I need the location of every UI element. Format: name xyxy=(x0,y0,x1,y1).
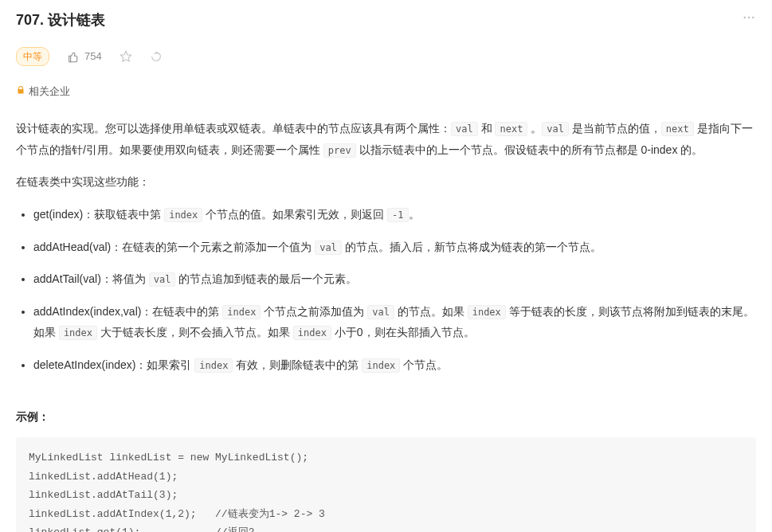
inline-code: index xyxy=(293,326,331,340)
svg-marker-3 xyxy=(120,51,131,61)
inline-code: index xyxy=(222,305,261,319)
example-label: 示例： xyxy=(16,408,756,427)
page-title: 707. 设计链表 xyxy=(16,8,105,33)
example-code: MyLinkedList linkedList = new MyLinkedLi… xyxy=(16,437,756,532)
inline-code: index xyxy=(164,208,202,222)
likes-button[interactable]: 754 xyxy=(67,48,102,65)
company-tag[interactable]: 相关企业 xyxy=(16,83,70,100)
more-icon[interactable] xyxy=(742,10,756,31)
list-item: addAtTail(val)：将值为 val 的节点追加到链表的最后一个元素。 xyxy=(33,268,756,290)
list-item: deleteAtIndex(index)：如果索引 index 有效，则删除链表… xyxy=(33,354,756,376)
inline-code: -1 xyxy=(387,208,408,222)
inline-code: val xyxy=(542,122,569,136)
description-para-1: 设计链表的实现。您可以选择使用单链表或双链表。单链表中的节点应该具有两个属性：v… xyxy=(16,118,756,160)
share-icon[interactable] xyxy=(150,50,163,63)
inline-code: val xyxy=(149,272,176,287)
inline-code: val xyxy=(451,122,478,136)
star-icon[interactable] xyxy=(120,50,132,63)
function-list: get(index)：获取链表中第 index 个节点的值。如果索引无效，则返回… xyxy=(16,204,756,376)
description-para-2: 在链表类中实现这些功能： xyxy=(16,171,756,193)
inline-code: val xyxy=(367,305,394,319)
inline-code: prev xyxy=(323,143,356,158)
inline-code: index xyxy=(59,326,97,340)
difficulty-badge: 中等 xyxy=(16,47,49,66)
list-item: addAtIndex(index,val)：在链表中的第 index 个节点之前… xyxy=(33,301,756,343)
lock-icon xyxy=(16,84,25,100)
meta-row: 中等 754 xyxy=(16,47,756,66)
description: 设计链表的实现。您可以选择使用单链表或双链表。单链表中的节点应该具有两个属性：v… xyxy=(16,118,756,193)
svg-point-2 xyxy=(752,17,754,18)
list-item: addAtHead(val)：在链表的第一个元素之前添加一个值为 val 的节点… xyxy=(33,237,756,258)
svg-point-0 xyxy=(744,17,746,18)
title-row: 707. 设计链表 xyxy=(16,8,756,33)
company-label: 相关企业 xyxy=(29,83,70,100)
inline-code: index xyxy=(362,358,400,373)
inline-code: val xyxy=(315,241,342,255)
inline-code: next xyxy=(495,122,527,136)
list-item: get(index)：获取链表中第 index 个节点的值。如果索引无效，则返回… xyxy=(33,204,756,225)
inline-code: index xyxy=(194,358,233,373)
svg-point-1 xyxy=(748,17,750,18)
likes-count: 754 xyxy=(84,48,102,65)
inline-code: index xyxy=(468,305,506,319)
inline-code: next xyxy=(661,122,694,136)
